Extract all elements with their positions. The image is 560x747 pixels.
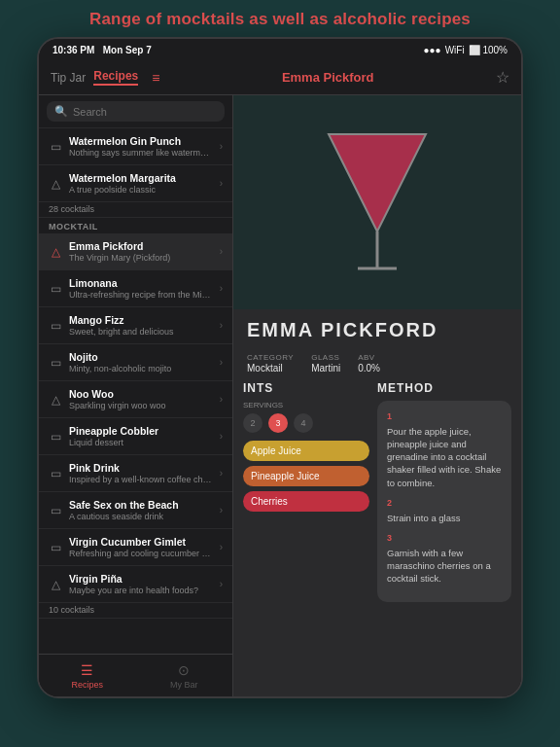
- status-time: 10:36 PM Mon Sep 7: [52, 45, 152, 55]
- favorite-icon[interactable]: ☆: [496, 68, 509, 87]
- ingredients-section: INTS SERVINGS 2 3 4 Apple Juice Pineappl…: [243, 381, 369, 687]
- recipe-icon: △: [49, 578, 62, 591]
- recipes-tab-icon: ☰: [81, 662, 93, 678]
- recipe-item-watermelon-margarita[interactable]: △ Watermelon Margarita A true poolside c…: [39, 165, 232, 202]
- ingredients-title: INTS: [243, 381, 369, 395]
- sidebar: 🔍 ▭ Watermelon Gin Punch Nothing says su…: [39, 95, 233, 696]
- meta-abv-value: 0.0%: [358, 363, 380, 374]
- recipe-name: Limonana: [69, 277, 213, 289]
- meta-glass-label: GLASS: [311, 353, 340, 362]
- serving-3[interactable]: 3: [268, 413, 288, 433]
- recipe-icon: △: [49, 245, 62, 259]
- recipe-name: Emma Pickford: [69, 240, 213, 252]
- meta-abv-label: ABV: [358, 353, 380, 362]
- recipe-name: Virgin Cucumber Gimlet: [69, 536, 213, 548]
- recipe-icon: ▭: [49, 430, 62, 444]
- recipe-text: Limonana Ultra-refreshing recipe from th…: [69, 277, 213, 300]
- detail-pane: EMMA PICKFORD CATEGORY Mocktail GLASS Ma…: [233, 95, 521, 696]
- nav-bar: Tip Jar Recipes ≡ Emma Pickford ☆: [39, 60, 521, 95]
- serving-2[interactable]: 2: [243, 413, 262, 433]
- menu-icon[interactable]: ≡: [152, 70, 159, 86]
- svg-marker-0: [329, 134, 426, 231]
- serving-4[interactable]: 4: [294, 413, 313, 433]
- recipe-text: Nojito Minty, non-alcoholic mojito: [69, 351, 213, 374]
- recipe-name: Pink Drink: [69, 462, 213, 474]
- cocktail-meta: CATEGORY Mocktail GLASS Martini ABV 0.0%: [233, 347, 521, 381]
- step-number-1: 1: [387, 410, 502, 423]
- servings-row: 2 3 4: [243, 413, 369, 433]
- recipe-desc: The Virgin Mary (Pickford): [69, 253, 213, 263]
- recipe-name: Nojito: [69, 351, 213, 363]
- chevron-right-icon: ›: [220, 178, 223, 189]
- recipe-item-pink-drink[interactable]: ▭ Pink Drink Inspired by a well-known co…: [39, 455, 232, 492]
- recipe-item-safe-sex[interactable]: ▭ Safe Sex on the Beach A cautious seasi…: [39, 492, 232, 529]
- tip-jar-link[interactable]: Tip Jar: [51, 71, 86, 85]
- recipe-icon: ▭: [49, 319, 62, 333]
- recipe-item-emma-pickford[interactable]: △ Emma Pickford The Virgin Mary (Pickfor…: [39, 233, 232, 270]
- method-title: METHOD: [377, 381, 511, 395]
- recipe-icon: ▭: [49, 282, 62, 296]
- chevron-right-icon: ›: [220, 542, 223, 552]
- recipe-desc: Sparkling virgin woo woo: [69, 401, 213, 410]
- recipe-desc: A cautious seaside drink: [69, 512, 213, 521]
- recipe-text: Pink Drink Inspired by a well-known coff…: [69, 462, 213, 484]
- recipe-item-pineapple-cobbler[interactable]: ▭ Pineapple Cobbler Liquid dessert ›: [39, 418, 232, 455]
- recipe-name: Virgin Piña: [69, 573, 213, 585]
- method-section: METHOD 1 Pour the apple juice, pineapple…: [377, 381, 511, 687]
- recipe-desc: A true poolside classic: [69, 185, 213, 195]
- recipe-desc: Maybe you are into health foods?: [69, 586, 213, 595]
- chevron-right-icon: ›: [220, 394, 223, 405]
- recipe-name: Watermelon Margarita: [69, 172, 213, 184]
- recipe-name: Mango Fizz: [69, 314, 213, 326]
- recipe-desc: Ultra-refreshing recipe from the Middle …: [69, 290, 213, 300]
- recipe-item-nojito[interactable]: ▭ Nojito Minty, non-alcoholic mojito ›: [39, 344, 232, 381]
- method-box: 1 Pour the apple juice, pineapple juice …: [377, 401, 511, 602]
- top-banner: Range of mocktails as well as alcoholic …: [0, 0, 560, 37]
- method-step-3: 3 Garnish with a few maraschino cherries…: [387, 532, 502, 585]
- device-frame: 10:36 PM Mon Sep 7 ●●● WiFi ⬜ 100% Tip J…: [37, 37, 523, 698]
- recipe-text: Pineapple Cobbler Liquid dessert: [69, 425, 213, 447]
- sidebar-list: ▭ Watermelon Gin Punch Nothing says summ…: [39, 128, 232, 654]
- recipe-icon: △: [49, 177, 62, 191]
- recipe-item-virgin-cucumber[interactable]: ▭ Virgin Cucumber Gimlet Refreshing and …: [39, 529, 232, 566]
- meta-category: CATEGORY Mocktail: [247, 353, 294, 374]
- wifi-icon: WiFi: [445, 45, 465, 55]
- ingredient-pineapple-juice: Pineapple Juice: [243, 466, 369, 486]
- chevron-right-icon: ›: [220, 283, 223, 294]
- cocktail-count: 28 cocktails: [39, 202, 232, 218]
- recipe-item-watermelon-gin[interactable]: ▭ Watermelon Gin Punch Nothing says summ…: [39, 128, 232, 165]
- recipe-desc: Refreshing and cooling cucumber drink: [69, 549, 213, 558]
- step-number-2: 2: [387, 497, 502, 510]
- mocktail-count: 10 cocktails: [39, 603, 232, 619]
- meta-glass-value: Martini: [311, 363, 340, 374]
- ingredient-apple-juice: Apple Juice: [243, 441, 369, 461]
- recipe-name: Watermelon Gin Punch: [69, 135, 213, 147]
- search-input[interactable]: [73, 106, 217, 118]
- my-bar-tab-label: My Bar: [170, 680, 198, 690]
- nav-left: Tip Jar Recipes ≡: [51, 69, 159, 86]
- recipe-item-noo-woo[interactable]: △ Noo Woo Sparkling virgin woo woo ›: [39, 381, 232, 418]
- recipe-text: Emma Pickford The Virgin Mary (Pickford): [69, 240, 213, 263]
- recipe-icon: △: [49, 393, 62, 407]
- recipes-tab-label: Recipes: [71, 680, 103, 690]
- search-bar: 🔍: [39, 95, 232, 128]
- recipe-item-virgin-pina[interactable]: △ Virgin Piña Maybe you are into health …: [39, 566, 232, 603]
- search-icon: 🔍: [54, 105, 68, 118]
- recipe-item-mango-fizz[interactable]: ▭ Mango Fizz Sweet, bright and delicious…: [39, 307, 232, 344]
- banner-text: Range of mocktails as well as alcoholic …: [89, 10, 471, 28]
- app-container: Tip Jar Recipes ≡ Emma Pickford ☆ 🔍: [39, 60, 521, 696]
- tab-my-bar[interactable]: ⊙ My Bar: [136, 662, 233, 690]
- recipe-text: Noo Woo Sparkling virgin woo woo: [69, 388, 213, 410]
- recipe-text: Virgin Piña Maybe you are into health fo…: [69, 573, 213, 595]
- sidebar-tabs: ☰ Recipes ⊙ My Bar: [39, 654, 232, 696]
- recipe-item-limonana[interactable]: ▭ Limonana Ultra-refreshing recipe from …: [39, 270, 232, 307]
- recipe-icon: ▭: [49, 356, 62, 370]
- search-wrap[interactable]: 🔍: [47, 101, 225, 122]
- chevron-right-icon: ›: [220, 141, 223, 152]
- status-icons: ●●● WiFi ⬜ 100%: [424, 45, 508, 55]
- recipes-link[interactable]: Recipes: [93, 69, 138, 86]
- recipe-text: Safe Sex on the Beach A cautious seaside…: [69, 499, 213, 521]
- tab-recipes[interactable]: ☰ Recipes: [39, 662, 136, 690]
- recipe-name: Safe Sex on the Beach: [69, 499, 213, 511]
- recipe-icon: ▭: [49, 140, 62, 154]
